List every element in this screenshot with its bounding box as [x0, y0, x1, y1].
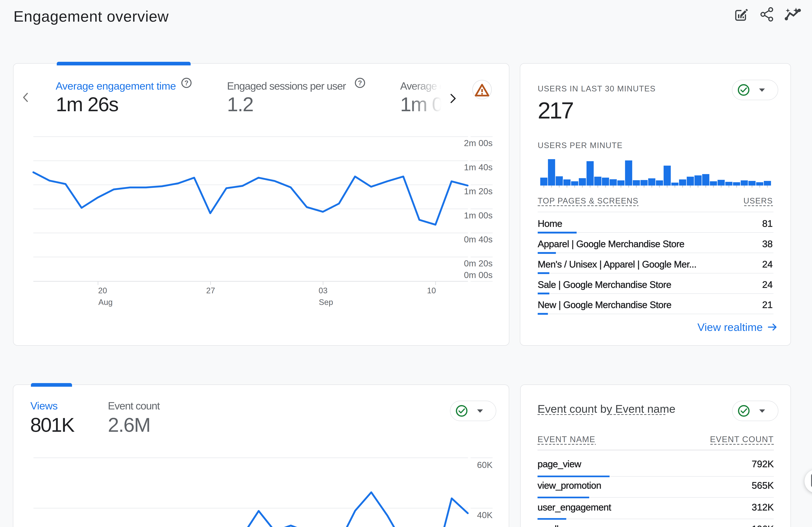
svg-text:27: 27: [206, 286, 215, 295]
svg-text:0m 00s: 0m 00s: [464, 270, 493, 280]
svg-text:1m 20s: 1m 20s: [464, 186, 493, 196]
svg-text:?: ?: [358, 79, 362, 87]
svg-text:10: 10: [427, 286, 436, 295]
svg-text:0m 40s: 0m 40s: [464, 235, 493, 244]
svg-text:60K: 60K: [477, 460, 493, 470]
svg-text:?: ?: [185, 79, 188, 87]
svg-text:0m 20s: 0m 20s: [464, 259, 493, 268]
svg-text:1m 00s: 1m 00s: [464, 211, 493, 220]
svg-text:Aug: Aug: [98, 298, 113, 306]
svg-text:Sep: Sep: [319, 298, 333, 306]
svg-text:2m 00s: 2m 00s: [464, 138, 493, 148]
svg-text:20: 20: [98, 286, 107, 295]
svg-text:1m 40s: 1m 40s: [464, 163, 493, 172]
svg-text:03: 03: [319, 286, 328, 295]
svg-text:40K: 40K: [477, 510, 493, 520]
